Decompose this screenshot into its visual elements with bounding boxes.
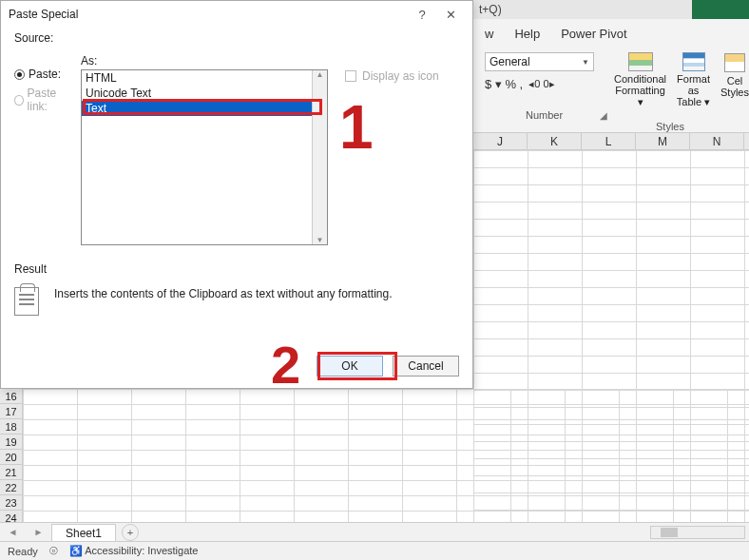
number-group-label: Number: [485, 109, 604, 121]
lower-row-area: 16 17 18 19 20 21 22 23 24: [0, 389, 749, 527]
column-headers[interactable]: J K L M N: [473, 133, 749, 150]
annotation-number-1: 1: [339, 92, 374, 163]
dialog-title: Paste Special: [9, 8, 78, 21]
radio-disabled-icon: [14, 95, 24, 106]
cell-styles-icon: [724, 53, 745, 72]
listbox-scrollbar[interactable]: [312, 70, 327, 244]
search-box-remnant[interactable]: t+Q): [473, 0, 692, 19]
annotation-number-2: 2: [271, 334, 300, 396]
horizontal-scrollbar[interactable]: [650, 526, 745, 539]
row-header-19[interactable]: 19: [0, 434, 23, 450]
tab-view-partial[interactable]: w: [485, 27, 493, 41]
paste-radio[interactable]: Paste:: [14, 68, 71, 81]
ribbon-tabs: w Help Power Pivot: [473, 22, 749, 45]
status-rec-icon[interactable]: ⦾: [49, 545, 58, 557]
number-format-buttons[interactable]: $ ▾ % , ◂0 0▸: [485, 77, 604, 91]
sheet-tab-sheet1[interactable]: Sheet1: [51, 524, 116, 541]
sheet-tab-bar: ◄► Sheet1 +: [0, 522, 749, 541]
cell-grid-lower[interactable]: [23, 389, 749, 527]
paste-link-radio: Paste link:: [14, 87, 71, 113]
status-ready: Ready: [8, 546, 38, 557]
tab-power-pivot[interactable]: Power Pivot: [561, 27, 626, 41]
row-header-20[interactable]: 20: [0, 450, 23, 465]
format-listbox[interactable]: HTML Unicode Text Text: [81, 69, 328, 245]
row-header-23[interactable]: 23: [0, 495, 23, 511]
row-header-18[interactable]: 18: [0, 419, 23, 434]
help-button[interactable]: ?: [408, 8, 436, 22]
titlebar-accent: [692, 0, 749, 19]
radio-selected-icon: [14, 69, 25, 80]
checkbox-icon: [345, 70, 356, 82]
styles-group-label: Styles: [656, 121, 684, 132]
conditional-formatting-icon: [628, 52, 653, 71]
sheet-nav-arrows[interactable]: ◄►: [0, 527, 51, 537]
cell-styles-label1: Cel: [727, 75, 743, 87]
clipboard-icon: [14, 287, 39, 316]
display-as-icon-label: Display as icon: [362, 69, 439, 83]
row-header-21[interactable]: 21: [0, 465, 23, 480]
col-header-l[interactable]: L: [582, 133, 636, 149]
fmt-table-label2: Table ▾: [677, 96, 710, 107]
cell-styles-button[interactable]: Cel Styles: [720, 52, 749, 106]
col-header-j[interactable]: J: [473, 133, 528, 149]
table-icon: [682, 52, 705, 71]
source-label: Source:: [14, 31, 459, 45]
row-header-22[interactable]: 22: [0, 480, 23, 495]
currency-percent-comma[interactable]: $ ▾ % ,: [485, 77, 523, 91]
conditional-formatting-button[interactable]: Conditional Formatting ▾: [614, 52, 666, 106]
paste-link-radio-label: Paste link:: [28, 87, 71, 113]
paste-radio-label: Paste:: [29, 68, 61, 81]
result-description: Inserts the contents of the Clipboard as…: [54, 283, 393, 300]
col-header-k[interactable]: K: [528, 133, 582, 149]
paste-special-dialog: Paste Special ? ✕ Source: Paste: Paste l…: [0, 0, 473, 389]
scrollbar-thumb[interactable]: [661, 528, 678, 537]
col-header-n[interactable]: N: [690, 133, 744, 149]
ok-button[interactable]: OK: [317, 356, 383, 377]
result-label: Result: [14, 262, 459, 276]
number-format-dropdown[interactable]: General ▼: [485, 52, 594, 71]
tab-help[interactable]: Help: [514, 27, 540, 41]
cancel-button[interactable]: Cancel: [393, 356, 459, 377]
row-header-16[interactable]: 16: [0, 389, 23, 404]
as-label: As:: [81, 54, 336, 68]
list-item-text[interactable]: Text: [82, 101, 327, 116]
number-group: General ▼ $ ▾ % , ◂0 0▸ Number ◢: [485, 52, 604, 121]
format-as-table-button[interactable]: Format as Table ▾: [670, 52, 717, 106]
fmt-table-label1: Format as: [670, 73, 717, 96]
dialog-launcher-icon[interactable]: ◢: [600, 110, 607, 121]
number-format-value: General: [490, 55, 530, 68]
new-sheet-button[interactable]: +: [122, 524, 139, 541]
cond-fmt-label2: Formatting ▾: [614, 85, 666, 107]
row-header-17[interactable]: 17: [0, 404, 23, 419]
col-header-m[interactable]: M: [636, 133, 690, 149]
styles-group: Conditional Formatting ▾ Format as Table…: [614, 52, 749, 121]
close-button[interactable]: ✕: [436, 8, 465, 22]
dialog-titlebar[interactable]: Paste Special ? ✕: [1, 1, 472, 28]
list-item-unicode-text[interactable]: Unicode Text: [82, 86, 327, 101]
accessibility-status[interactable]: ♿ Accessibility: Investigate: [69, 545, 199, 557]
decimal-buttons[interactable]: ◂0 0▸: [528, 78, 554, 90]
chevron-down-icon: ▼: [582, 58, 589, 67]
display-as-icon-checkbox: Display as icon: [345, 69, 459, 83]
cond-fmt-label1: Conditional: [614, 73, 666, 85]
list-item-html[interactable]: HTML: [82, 70, 327, 86]
cell-styles-label2: Styles: [720, 87, 749, 98]
status-bar: Ready ⦾ ♿ Accessibility: Investigate: [0, 541, 749, 560]
accessibility-label: Accessibility: Investigate: [85, 545, 198, 556]
